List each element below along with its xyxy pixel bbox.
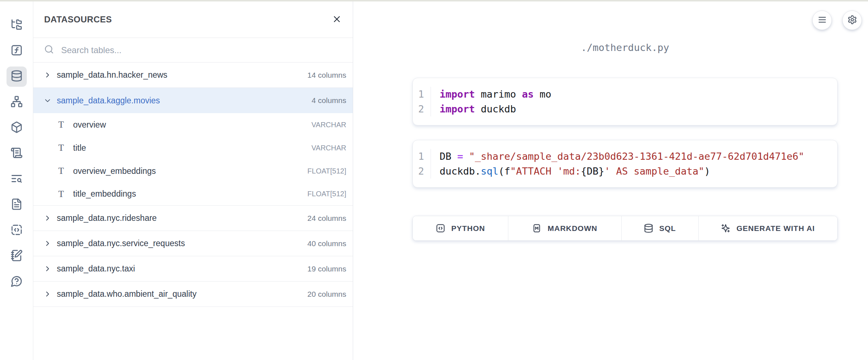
add-cell-button-label: PYTHON bbox=[451, 224, 485, 233]
column-row[interactable]: Toverview_embeddingsFLOAT[512] bbox=[33, 159, 353, 183]
markdown-square-icon bbox=[532, 223, 542, 233]
type-icon: T bbox=[57, 120, 65, 130]
notebook-filename[interactable]: ./motherduck.py bbox=[412, 42, 838, 53]
search-bar bbox=[33, 38, 353, 63]
datasource-list: sample_data.hn.hacker_news14 columnssamp… bbox=[33, 63, 353, 360]
add-cell-markdown-button[interactable]: MARKDOWN bbox=[508, 216, 622, 240]
code-line: 2import duckdb bbox=[413, 102, 837, 116]
code-token: {DB} bbox=[581, 166, 604, 177]
search-input[interactable] bbox=[61, 45, 342, 55]
code-line: 1import marimo as mo bbox=[413, 87, 837, 102]
code-token: (f bbox=[499, 166, 511, 177]
add-cell-generate-with-ai-button[interactable]: GENERATE WITH AI bbox=[699, 216, 837, 240]
code-token: ' AS sample_data" bbox=[604, 166, 704, 177]
chevron-right-icon bbox=[43, 214, 52, 222]
sidebar-item-search-logs[interactable] bbox=[7, 169, 27, 189]
add-cell-button-label: GENERATE WITH AI bbox=[736, 224, 815, 233]
notebook-column: ./motherduck.py 1import marimo as mo2imp… bbox=[412, 42, 838, 241]
table-column-count: 19 columns bbox=[308, 265, 347, 273]
chevron-down-icon bbox=[43, 97, 52, 105]
sidebar-item-documentation[interactable] bbox=[7, 195, 27, 215]
code-token: "_share/sample_data/23b0d623-1361-421d-a… bbox=[469, 151, 804, 162]
line-number: 2 bbox=[413, 164, 431, 179]
column-row[interactable]: Ttitle_embeddingsFLOAT[512] bbox=[33, 183, 353, 206]
code-token bbox=[463, 151, 469, 162]
close-icon bbox=[332, 14, 342, 25]
close-panel-button[interactable] bbox=[332, 14, 342, 25]
table-row[interactable]: sample_data.nyc.taxi19 columns bbox=[33, 256, 353, 282]
table-row[interactable]: sample_data.nyc.service_requests40 colum… bbox=[33, 231, 353, 256]
sidebar-item-logs[interactable] bbox=[7, 143, 27, 164]
sidebar-item-dependencies[interactable] bbox=[7, 92, 27, 112]
app-root: DATASOURCES sample_data.hn.hacker_news14… bbox=[0, 0, 868, 360]
search-icon bbox=[44, 44, 54, 56]
column-row[interactable]: ToverviewVARCHAR bbox=[33, 113, 353, 136]
function-square-icon bbox=[10, 44, 23, 58]
sidebar-item-functions[interactable] bbox=[7, 41, 27, 61]
column-name: title_embeddings bbox=[73, 189, 136, 199]
column-type: VARCHAR bbox=[312, 121, 347, 129]
file-text-icon bbox=[10, 198, 23, 212]
column-name: overview bbox=[73, 120, 106, 130]
code-cell[interactable]: 1DB = "_share/sample_data/23b0d623-1361-… bbox=[412, 140, 838, 188]
add-cell-button-label: SQL bbox=[659, 224, 676, 233]
settings-icon bbox=[847, 15, 857, 26]
code-token: import bbox=[440, 89, 475, 100]
code-text: duckdb.sql(f"ATTACH 'md:{DB}' AS sample_… bbox=[431, 164, 710, 179]
table-name: sample_data.nyc.taxi bbox=[57, 264, 135, 274]
box-icon bbox=[10, 121, 23, 135]
column-type: FLOAT[512] bbox=[308, 190, 347, 198]
table-name: sample_data.hn.hacker_news bbox=[57, 70, 168, 80]
folder-tree-icon bbox=[10, 18, 23, 32]
sidebar-item-help[interactable] bbox=[7, 272, 27, 292]
message-question-icon bbox=[10, 275, 23, 289]
sidebar-item-scratchpad[interactable] bbox=[7, 220, 27, 241]
code-token: import bbox=[440, 103, 475, 115]
table-column-count: 14 columns bbox=[308, 71, 347, 80]
table-name: sample_data.who.ambient_air_quality bbox=[57, 289, 196, 299]
chevron-right-icon bbox=[43, 290, 52, 298]
sidebar-item-datasources[interactable] bbox=[7, 67, 27, 87]
table-row[interactable]: sample_data.kaggle.movies4 columns bbox=[33, 88, 353, 113]
chevron-right-icon bbox=[43, 239, 52, 248]
notebook-actions bbox=[812, 10, 862, 30]
database-icon bbox=[644, 223, 653, 233]
code-token: duckdb. bbox=[440, 166, 481, 177]
code-token: ) bbox=[704, 166, 710, 177]
table-row[interactable]: sample_data.nyc.rideshare24 columns bbox=[33, 206, 353, 231]
table-row[interactable]: sample_data.who.ambient_air_quality20 co… bbox=[33, 282, 353, 307]
table-column-count: 24 columns bbox=[308, 214, 347, 223]
table-column-count: 40 columns bbox=[308, 239, 347, 248]
add-cell-python-button[interactable]: PYTHON bbox=[413, 216, 508, 240]
sidebar-item-file-explorer[interactable] bbox=[7, 15, 27, 35]
column-name: title bbox=[73, 143, 86, 153]
table-name: sample_data.kaggle.movies bbox=[57, 96, 160, 106]
column-row[interactable]: TtitleVARCHAR bbox=[33, 136, 353, 159]
table-name: sample_data.nyc.rideshare bbox=[57, 213, 157, 223]
line-number: 2 bbox=[413, 102, 431, 116]
settings-button[interactable] bbox=[842, 10, 862, 30]
line-number: 1 bbox=[413, 149, 431, 164]
network-icon bbox=[10, 95, 23, 109]
code-token: mo bbox=[534, 89, 551, 100]
table-row[interactable]: sample_data.hn.hacker_news14 columns bbox=[33, 63, 353, 88]
chevron-right-icon bbox=[43, 71, 52, 79]
database-icon bbox=[10, 70, 23, 83]
code-text: DB = "_share/sample_data/23b0d623-1361-4… bbox=[431, 149, 804, 164]
add-cell-button-label: MARKDOWN bbox=[547, 224, 597, 233]
type-icon: T bbox=[57, 143, 65, 153]
code-text: import marimo as mo bbox=[431, 87, 551, 102]
notebook-area: ./motherduck.py 1import marimo as mo2imp… bbox=[353, 1, 868, 360]
menu-button[interactable] bbox=[812, 10, 832, 30]
add-cell-sql-button[interactable]: SQL bbox=[622, 216, 699, 240]
sidebar-item-packages[interactable] bbox=[7, 118, 27, 138]
sidebar-item-notebook[interactable] bbox=[7, 246, 27, 266]
code-cell[interactable]: 1import marimo as mo2import duckdb bbox=[412, 78, 838, 125]
cells-container: 1import marimo as mo2import duckdb1DB = … bbox=[412, 78, 838, 188]
column-name: overview_embeddings bbox=[73, 166, 156, 176]
line-number: 1 bbox=[413, 87, 431, 102]
add-cell-buttons: PYTHONMARKDOWNSQLGENERATE WITH AI bbox=[412, 216, 838, 241]
menu-icon bbox=[817, 15, 827, 26]
datasources-panel: DATASOURCES sample_data.hn.hacker_news14… bbox=[33, 1, 353, 360]
column-type: FLOAT[512] bbox=[308, 167, 347, 175]
